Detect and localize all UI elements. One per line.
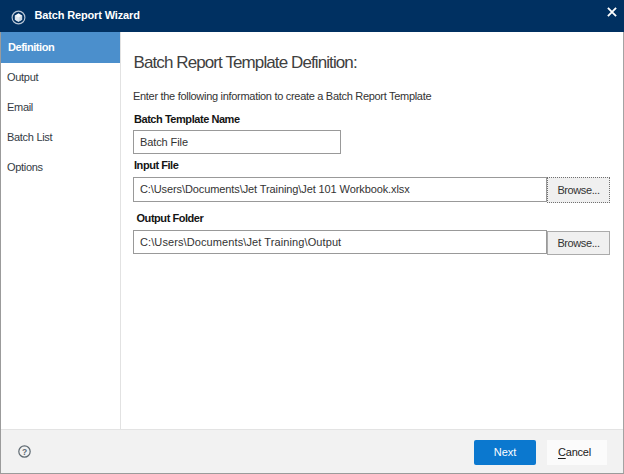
svg-text:?: ?: [21, 447, 26, 457]
